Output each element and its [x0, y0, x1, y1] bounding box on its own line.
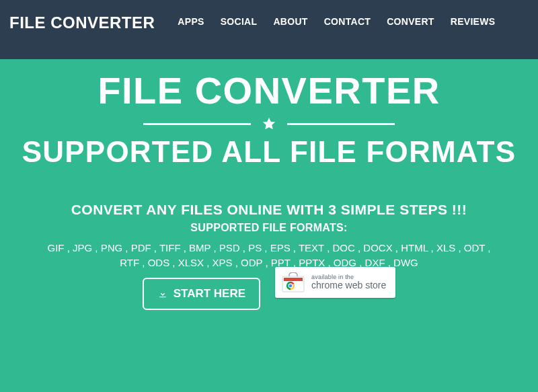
brand-logo[interactable]: FILE CONVERTER	[9, 0, 169, 32]
formats-heading: SUPPORTED FILE FORMATS:	[0, 222, 538, 234]
start-here-label: START HERE	[174, 287, 245, 301]
chrome-badge-large: chrome web store	[311, 280, 386, 290]
nav-contact[interactable]: CONTACT	[316, 16, 379, 27]
download-icon	[157, 288, 168, 299]
nav-convert[interactable]: CONVERT	[379, 16, 443, 27]
hero-title: FILE CONVERTER	[0, 69, 538, 112]
chrome-badge-text: available in the chrome web store	[311, 274, 386, 290]
hero-tagline: CONVERT ANY FILES ONLINE WITH 3 SIMPLE S…	[0, 202, 538, 218]
divider-line-right	[287, 123, 395, 125]
svg-rect-1	[284, 278, 303, 281]
hero-divider	[0, 116, 538, 131]
nav-apps[interactable]: APPS	[169, 16, 212, 27]
nav-links: APPS SOCIAL ABOUT CONTACT CONVERT REVIEW…	[169, 0, 503, 27]
star-icon	[262, 116, 276, 131]
nav-about[interactable]: ABOUT	[265, 16, 315, 27]
navbar: FILE CONVERTER APPS SOCIAL ABOUT CONTACT…	[0, 0, 538, 59]
start-here-button[interactable]: START HERE	[143, 278, 260, 310]
hero-section: FILE CONVERTER SUPPORTED ALL FILE FORMAT…	[0, 59, 538, 310]
hero-subtitle: SUPPORTED ALL FILE FORMATS	[0, 135, 538, 169]
nav-reviews[interactable]: REVIEWS	[443, 16, 504, 27]
nav-social[interactable]: SOCIAL	[213, 16, 266, 27]
cta-row: START HERE available in the	[0, 278, 538, 310]
chrome-web-store-badge[interactable]: available in the chrome web store	[275, 267, 395, 298]
chrome-store-icon	[282, 272, 305, 292]
divider-line-left	[143, 123, 251, 125]
formats-list: GIF , JPG , PNG , PDF , TIFF , BMP , PSD…	[40, 241, 498, 271]
